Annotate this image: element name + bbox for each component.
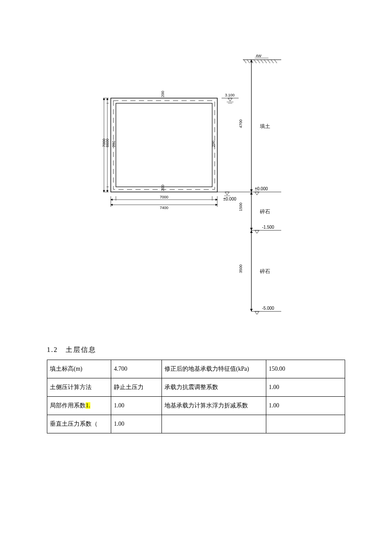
span1-dim: 1500: [239, 203, 243, 211]
cell-label: 填土标高(m): [47, 360, 111, 378]
svg-rect-18: [113, 101, 215, 189]
table-row: 垂直土压力系数（ 1.00: [47, 415, 345, 433]
cell-value: 1.00: [266, 397, 345, 415]
span2-dim: 3500: [239, 264, 243, 273]
top-load-label: 4W: [256, 54, 262, 58]
cell-value: [266, 415, 345, 433]
table-row: 局部作用系数1. 1.00 地基承载力计算水浮力折减系数 1.00: [47, 397, 345, 415]
rock2-label: 碎石: [259, 268, 270, 274]
cell-label: 承载力抗震调整系数: [162, 378, 266, 397]
outer-height-dim: 7000: [102, 139, 106, 147]
svg-line-11: [274, 60, 277, 63]
thk-bot: 200: [161, 185, 165, 191]
cell-value: 1.00: [111, 397, 162, 415]
section-heading: 1.2 土层信息: [47, 346, 345, 355]
thk-left: 200: [112, 141, 116, 147]
cell-label: [162, 415, 266, 433]
svg-line-3: [247, 60, 250, 63]
soil-info-table: 填土标高(m) 4.700 修正后的地基承载力特征值(kPa) 150.00 土…: [47, 360, 345, 433]
svg-line-7: [261, 60, 263, 63]
cell-label: 垂直土压力系数（: [47, 415, 111, 433]
cross-section-diagram: 4W 3.100 填土 4700: [85, 43, 307, 320]
svg-line-5: [254, 60, 257, 63]
level-zero: ±0.000 ±0.000: [217, 186, 281, 201]
cell-label: 局部作用系数1.: [47, 397, 111, 415]
level0-right: ±0.000: [255, 186, 268, 191]
level1-label: -1.500: [262, 225, 274, 230]
culvert-box: [111, 98, 217, 192]
table-row: 土侧压计算方法 静止土压力 承载力抗震调整系数 1.00: [47, 378, 345, 397]
cell-value: 静止土压力: [111, 378, 162, 397]
level-1: -1.500: [251, 225, 281, 233]
outer-width-dim: 7400: [160, 206, 168, 210]
section-title: 土层信息: [66, 346, 96, 353]
svg-rect-16: [111, 98, 217, 192]
svg-line-10: [271, 60, 274, 63]
cell-value: 150.00: [266, 360, 345, 378]
cell-label: 修正后的地基承载力特征值(kPa): [162, 360, 266, 378]
water-top-elev: 3.100: [225, 93, 235, 97]
level-2: -5.000: [251, 306, 281, 314]
section-number: 1.2: [47, 346, 58, 353]
level0-left: ±0.000: [223, 197, 236, 201]
thk-top: 200: [161, 91, 165, 97]
cell-value: 4.700: [111, 360, 162, 378]
highlight-text: 1.: [86, 402, 90, 409]
cell-value: 1.00: [111, 415, 162, 433]
table-row: 填土标高(m) 4.700 修正后的地基承载力特征值(kPa) 150.00: [47, 360, 345, 378]
svg-rect-17: [116, 103, 212, 187]
level2-label: -5.000: [262, 306, 274, 311]
thk-right: 200: [211, 141, 216, 147]
cell-label: 土侧压计算方法: [47, 378, 111, 397]
water-level-top: 3.100: [222, 93, 239, 103]
rock1-label: 碎石: [259, 209, 270, 215]
svg-line-2: [244, 60, 246, 63]
inner-width-dim: 7000: [160, 195, 168, 199]
svg-line-8: [264, 60, 267, 63]
cell-value: 1.00: [266, 378, 345, 397]
fill-depth-dim: 4700: [239, 119, 243, 128]
svg-line-6: [257, 60, 260, 63]
svg-line-9: [268, 60, 270, 63]
soil-fill-label: 填土: [259, 123, 270, 129]
cell-label: 地基承载力计算水浮力折减系数: [162, 397, 266, 415]
